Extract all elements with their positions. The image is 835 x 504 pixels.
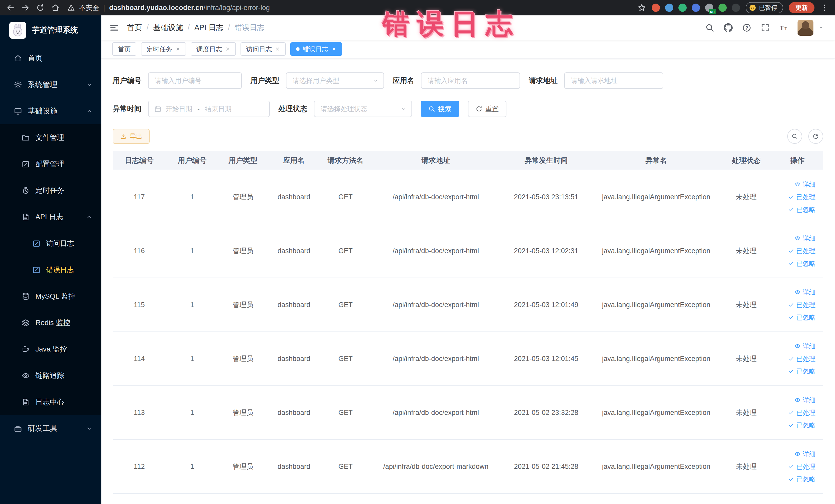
font-size-icon[interactable]: TT bbox=[779, 23, 788, 32]
paused-button[interactable]: 已暂停 bbox=[746, 2, 783, 13]
back-icon[interactable] bbox=[6, 3, 15, 12]
sidebar-item-5[interactable]: 定时任务 bbox=[0, 177, 101, 204]
ignored-link[interactable]: 已忽略 bbox=[788, 367, 815, 376]
reload-icon[interactable] bbox=[36, 3, 45, 12]
extension-icon[interactable] bbox=[665, 4, 673, 12]
extension-icon[interactable]: on bbox=[705, 4, 713, 12]
cell-url: /api/infra/db-doc/export-html bbox=[371, 170, 501, 224]
close-icon[interactable] bbox=[275, 46, 280, 52]
refresh-icon bbox=[812, 133, 819, 140]
processed-link[interactable]: 已处理 bbox=[788, 301, 815, 309]
sidebar-item-4[interactable]: 配置管理 bbox=[0, 151, 101, 177]
ignored-link[interactable]: 已忽略 bbox=[788, 205, 815, 214]
cell-method: GET bbox=[320, 440, 371, 493]
svg-text:?: ? bbox=[745, 25, 748, 30]
filter-request-url: 请求地址 bbox=[529, 73, 663, 89]
detail-link[interactable]: 详细 bbox=[794, 450, 815, 458]
process-status-select[interactable]: 请选择处理状态 bbox=[314, 101, 412, 117]
reset-button-label: 重置 bbox=[485, 104, 499, 114]
user-id-input[interactable] bbox=[148, 73, 242, 89]
sidebar-item-13[interactable]: 日志中心 bbox=[0, 389, 101, 415]
sidebar-item-12[interactable]: 链路追踪 bbox=[0, 362, 101, 389]
tab-item-4[interactable]: 错误日志 bbox=[290, 42, 342, 56]
smiley-icon bbox=[749, 4, 756, 12]
breadcrumb-item[interactable]: 首页 bbox=[127, 23, 142, 33]
close-icon[interactable] bbox=[331, 46, 337, 52]
sidebar-item-1[interactable]: 系统管理 bbox=[0, 72, 101, 98]
sidebar-item-2[interactable]: 基础设施 bbox=[0, 98, 101, 124]
request-url-input[interactable] bbox=[564, 73, 663, 89]
reset-button[interactable]: 重置 bbox=[468, 101, 506, 117]
bookmark-star-icon[interactable] bbox=[637, 3, 646, 12]
detail-link[interactable]: 详细 bbox=[794, 288, 815, 297]
address-bar[interactable]: 不安全 | dashboard.yudao.iocoder.cn/infra/l… bbox=[67, 3, 631, 12]
processed-link[interactable]: 已处理 bbox=[788, 462, 815, 471]
sidebar-item-11[interactable]: Java 监控 bbox=[0, 336, 101, 362]
help-icon[interactable]: ? bbox=[742, 23, 751, 32]
app-logo: 芋道管理系统 bbox=[0, 15, 101, 45]
sidebar-item-9[interactable]: MySQL 监控 bbox=[0, 283, 101, 309]
extension-icon[interactable] bbox=[652, 4, 660, 12]
export-button[interactable]: 导出 bbox=[113, 129, 150, 144]
cell-method: GET bbox=[320, 386, 371, 440]
eye-icon bbox=[794, 289, 801, 295]
avatar[interactable] bbox=[797, 20, 813, 36]
sidebar-item-3[interactable]: 文件管理 bbox=[0, 124, 101, 151]
close-icon[interactable] bbox=[225, 46, 230, 52]
app-name-label: 应用名 bbox=[393, 76, 414, 85]
update-button[interactable]: 更新 bbox=[789, 2, 814, 13]
tab-item-3[interactable]: 访问日志 bbox=[241, 42, 286, 56]
sidebar-item-14[interactable]: 研发工具 bbox=[0, 415, 101, 442]
menu-dots-icon[interactable] bbox=[820, 3, 829, 12]
forward-icon[interactable] bbox=[21, 3, 30, 12]
processed-link[interactable]: 已处理 bbox=[788, 247, 815, 255]
extension-icon[interactable] bbox=[678, 4, 687, 12]
sidebar-item-8[interactable]: 错误日志 bbox=[0, 257, 101, 283]
detail-link[interactable]: 详细 bbox=[794, 342, 815, 350]
refresh-table-button[interactable] bbox=[808, 129, 823, 144]
ignored-link[interactable]: 已忽略 bbox=[788, 475, 815, 483]
sidebar-item-6[interactable]: API 日志 bbox=[0, 204, 101, 230]
extension-icon[interactable] bbox=[692, 4, 700, 12]
extension-icon[interactable] bbox=[732, 4, 740, 12]
toggle-search-button[interactable] bbox=[787, 129, 802, 144]
table-body: 1171管理员dashboardGET/api/infra/db-doc/exp… bbox=[113, 170, 823, 493]
search-button[interactable]: 搜索 bbox=[421, 101, 459, 117]
fullscreen-icon[interactable] bbox=[760, 23, 770, 32]
table-row: 1171管理员dashboardGET/api/infra/db-doc/exp… bbox=[113, 170, 823, 224]
detail-link[interactable]: 详细 bbox=[794, 234, 815, 243]
sidebar-item-0[interactable]: 首页 bbox=[0, 45, 101, 72]
home-nav-icon[interactable] bbox=[51, 3, 60, 12]
tab-item-2[interactable]: 调度日志 bbox=[191, 42, 236, 56]
processed-link[interactable]: 已处理 bbox=[788, 408, 815, 417]
browser-actions: on 已暂停 更新 bbox=[637, 2, 829, 13]
detail-link[interactable]: 详细 bbox=[794, 396, 815, 404]
app-name-input[interactable] bbox=[421, 73, 520, 89]
search-icon[interactable] bbox=[705, 23, 714, 32]
cell-user_id: 1 bbox=[166, 440, 219, 493]
extension-icon[interactable] bbox=[718, 4, 727, 12]
caret-down-icon[interactable] bbox=[819, 25, 824, 30]
github-icon[interactable] bbox=[724, 23, 733, 32]
sidebar-item-7[interactable]: 访问日志 bbox=[0, 230, 101, 257]
close-icon[interactable] bbox=[175, 46, 180, 52]
ignored-link[interactable]: 已忽略 bbox=[788, 313, 815, 322]
action-label: 详细 bbox=[803, 396, 815, 404]
cell-time: 2021-05-03 23:13:51 bbox=[501, 170, 591, 224]
processed-link[interactable]: 已处理 bbox=[788, 193, 815, 201]
filter-process-status: 处理状态 请选择处理状态 bbox=[279, 101, 412, 117]
tab-item-0[interactable]: 首页 bbox=[112, 42, 136, 56]
user-type-select[interactable]: 请选择用户类型 bbox=[286, 73, 384, 89]
check-icon bbox=[788, 194, 794, 200]
hamburger-icon[interactable] bbox=[109, 23, 119, 33]
breadcrumb-item[interactable]: 基础设施 bbox=[153, 23, 183, 33]
ignored-link[interactable]: 已忽略 bbox=[788, 421, 815, 429]
breadcrumb-item[interactable]: API 日志 bbox=[194, 23, 223, 33]
cell-user_type: 管理员 bbox=[219, 386, 267, 440]
detail-link[interactable]: 详细 bbox=[794, 180, 815, 189]
sidebar-item-10[interactable]: Redis 监控 bbox=[0, 309, 101, 336]
processed-link[interactable]: 已处理 bbox=[788, 355, 815, 363]
exception-time-range[interactable]: 开始日期 - 结束日期 bbox=[148, 101, 270, 117]
tab-item-1[interactable]: 定时任务 bbox=[141, 42, 186, 56]
ignored-link[interactable]: 已忽略 bbox=[788, 259, 815, 268]
